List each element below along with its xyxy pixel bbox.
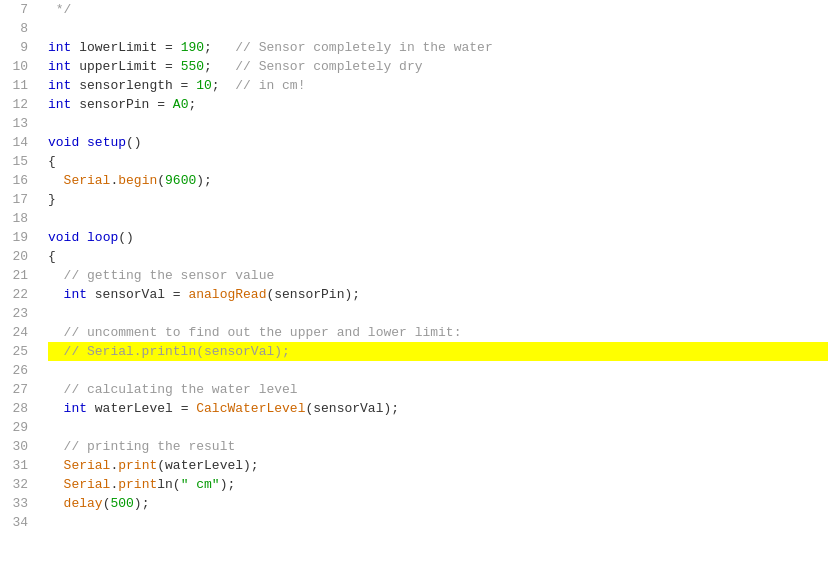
code-line: int upperLimit = 550; // Sensor complete… [48, 57, 828, 76]
line-number: 24 [8, 323, 28, 342]
line-number: 30 [8, 437, 28, 456]
code-line: int lowerLimit = 190; // Sensor complete… [48, 38, 828, 57]
line-number: 10 [8, 57, 28, 76]
code-line: int sensorPin = A0; [48, 95, 828, 114]
line-number: 22 [8, 285, 28, 304]
line-number: 31 [8, 456, 28, 475]
code-line: void setup() [48, 133, 828, 152]
line-number: 32 [8, 475, 28, 494]
code-line: { [48, 247, 828, 266]
code-line [48, 513, 828, 532]
code-line: void loop() [48, 228, 828, 247]
code-line: int sensorVal = analogRead(sensorPin); [48, 285, 828, 304]
line-number: 27 [8, 380, 28, 399]
line-number: 14 [8, 133, 28, 152]
code-line: */ [48, 0, 828, 19]
line-number: 12 [8, 95, 28, 114]
code-editor: 7891011121314151617181920212223242526272… [0, 0, 828, 582]
code-line: { [48, 152, 828, 171]
line-number: 8 [8, 19, 28, 38]
line-number: 19 [8, 228, 28, 247]
code-line: int sensorlength = 10; // in cm! [48, 76, 828, 95]
code-line [48, 114, 828, 133]
code-line [48, 304, 828, 323]
line-number: 7 [8, 0, 28, 19]
code-line: } [48, 190, 828, 209]
line-number: 26 [8, 361, 28, 380]
line-number: 28 [8, 399, 28, 418]
code-line: // Serial.println(sensorVal); [48, 342, 828, 361]
line-number: 15 [8, 152, 28, 171]
code-line: // uncomment to find out the upper and l… [48, 323, 828, 342]
line-numbers: 7891011121314151617181920212223242526272… [0, 0, 36, 582]
line-number: 13 [8, 114, 28, 133]
line-number: 23 [8, 304, 28, 323]
line-number: 17 [8, 190, 28, 209]
line-number: 21 [8, 266, 28, 285]
code-line: Serial.print(waterLevel); [48, 456, 828, 475]
code-line [48, 361, 828, 380]
line-number: 11 [8, 76, 28, 95]
code-content[interactable]: */ int lowerLimit = 190; // Sensor compl… [36, 0, 828, 582]
line-number: 29 [8, 418, 28, 437]
code-line: Serial.begin(9600); [48, 171, 828, 190]
code-line: delay(500); [48, 494, 828, 513]
line-number: 33 [8, 494, 28, 513]
code-line: // printing the result [48, 437, 828, 456]
line-number: 18 [8, 209, 28, 228]
line-number: 20 [8, 247, 28, 266]
code-line: Serial.println(" cm"); [48, 475, 828, 494]
code-line: int waterLevel = CalcWaterLevel(sensorVa… [48, 399, 828, 418]
line-number: 34 [8, 513, 28, 532]
code-line: // getting the sensor value [48, 266, 828, 285]
line-number: 9 [8, 38, 28, 57]
code-line [48, 209, 828, 228]
code-line: // calculating the water level [48, 380, 828, 399]
code-line [48, 19, 828, 38]
line-number: 25 [8, 342, 28, 361]
line-number: 16 [8, 171, 28, 190]
code-line [48, 418, 828, 437]
